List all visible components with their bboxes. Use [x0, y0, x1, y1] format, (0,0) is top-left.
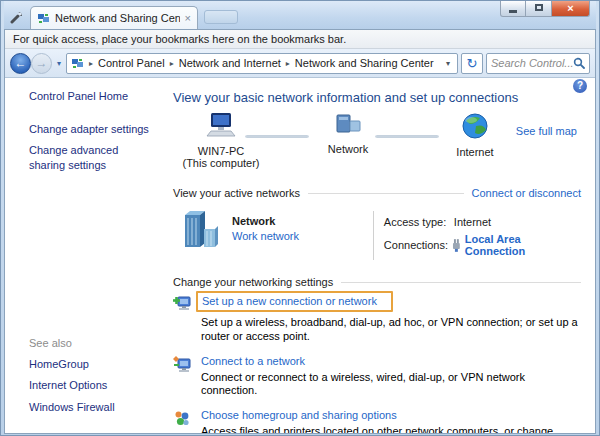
work-network-link[interactable]: Work network [232, 230, 299, 242]
map-node-label: Internet [445, 146, 505, 158]
network-favicon-icon [37, 12, 50, 25]
address-dropdown-icon[interactable]: ▾ [443, 59, 453, 68]
address-bar[interactable]: ▸ Control Panel ▸ Network and Internet ▸… [66, 53, 458, 74]
connect-or-disconnect-link[interactable]: Connect or disconnect [472, 187, 581, 199]
help-icon[interactable]: ? [573, 79, 587, 93]
history-dropdown-icon[interactable]: ▾ [55, 59, 63, 68]
page-title: View your basic network information and … [173, 90, 581, 105]
task-description: Connect or reconnect to a wireless, wire… [201, 371, 581, 399]
search-box[interactable] [486, 53, 590, 74]
connections-label: Connections: [384, 239, 452, 251]
bookmarks-hint: For quick access, place your bookmarks h… [13, 33, 346, 45]
back-button[interactable]: ← [10, 53, 31, 74]
task-homegroup-sharing: Choose homegroup and sharing options Acc… [173, 409, 581, 433]
map-node-label: WIN7-PC [175, 145, 267, 157]
internet-globe-icon [461, 113, 489, 141]
connect-network-icon [173, 356, 191, 373]
access-type-value: Internet [454, 216, 491, 228]
wrench-icon[interactable] [10, 10, 24, 24]
map-node-computer[interactable]: WIN7-PC (This computer) [175, 113, 267, 169]
setup-new-connection-link[interactable]: Set up a new connection or network [202, 295, 377, 307]
connect-to-network-link[interactable]: Connect to a network [201, 355, 305, 367]
breadcrumb-separator-icon: ▸ [168, 59, 176, 68]
bookmarks-bar[interactable]: For quick access, place your bookmarks h… [5, 30, 595, 49]
network-map: WIN7-PC (This computer) Network [173, 111, 581, 183]
settings-header: Change your networking settings [173, 276, 333, 288]
window-controls: × [500, 1, 590, 17]
title-bar[interactable]: Network and Sharing Center × × [4, 1, 596, 29]
section-rule [341, 282, 581, 283]
sidebar-item-windows-firewall[interactable]: Windows Firewall [29, 400, 115, 414]
location-favicon-icon [71, 57, 84, 70]
highlight-annotation-box: Set up a new connection or network [196, 291, 393, 312]
active-network-box: Network Work network Access type: Intern… [173, 201, 581, 272]
new-tab-button[interactable] [204, 10, 238, 24]
homegroup-sharing-link[interactable]: Choose homegroup and sharing options [201, 409, 397, 421]
homegroup-icon [173, 410, 191, 427]
sidebar-item-control-panel-home[interactable]: Control Panel Home [29, 90, 157, 102]
breadcrumb-control-panel[interactable]: Control Panel [98, 57, 165, 69]
navigation-bar: ← → ▾ ▸ Control Panel ▸ Network and Inte… [5, 49, 595, 78]
browser-window: Network and Sharing Center × × For quick… [0, 0, 600, 436]
sidebar: Control Panel Home Change adapter settin… [5, 78, 163, 433]
computer-icon [204, 113, 238, 140]
map-node-label: Network [313, 143, 383, 155]
sidebar-item-internet-options[interactable]: Internet Options [29, 378, 115, 392]
forward-button[interactable]: → [31, 53, 52, 74]
active-networks-header: View your active networks [173, 187, 300, 199]
sidebar-item-homegroup[interactable]: HomeGroup [29, 357, 115, 371]
task-connect-to-network: Connect to a network Connect or reconnec… [173, 355, 581, 399]
map-link-line [375, 135, 439, 138]
browser-tab[interactable]: Network and Sharing Center × [30, 6, 198, 29]
tab-close-icon[interactable]: × [185, 13, 191, 24]
task-setup-new-connection: Set up a new connection or network Set u… [173, 294, 581, 344]
task-description: Access files and printers located on oth… [201, 425, 581, 433]
access-type-label: Access type: [384, 216, 454, 228]
close-button[interactable]: × [552, 1, 590, 17]
search-icon [573, 57, 585, 69]
sidebar-item-change-advanced-sharing[interactable]: Change advanced sharing settings [29, 143, 157, 172]
task-description: Set up a wireless, broadband, dial-up, a… [201, 316, 581, 344]
search-input[interactable] [491, 57, 573, 69]
see-also-label: See also [29, 337, 115, 349]
tab-title: Network and Sharing Center [55, 12, 180, 24]
breadcrumb-network-sharing-center[interactable]: Network and Sharing Center [295, 57, 434, 69]
breadcrumb-network-and-internet[interactable]: Network and Internet [179, 57, 281, 69]
minimize-button[interactable] [500, 1, 526, 17]
breadcrumb-separator-icon: ▸ [87, 59, 95, 68]
map-node-sublabel: (This computer) [175, 157, 267, 169]
maximize-button[interactable] [526, 1, 552, 17]
work-network-buildings-icon [179, 209, 219, 253]
see-full-map-link[interactable]: See full map [516, 125, 577, 137]
map-node-network[interactable]: Network [313, 113, 383, 155]
local-area-connection-link[interactable]: Local Area Connection [465, 233, 581, 257]
map-link-line [245, 135, 309, 138]
breadcrumb-separator-icon: ▸ [284, 59, 292, 68]
main-pane: ? View your basic network information an… [163, 78, 595, 433]
section-rule [308, 193, 464, 194]
network-icon [334, 113, 362, 138]
network-adapter-icon [452, 239, 461, 252]
new-connection-icon [173, 295, 191, 312]
map-node-internet[interactable]: Internet [445, 113, 505, 158]
active-network-name: Network [232, 215, 299, 227]
refresh-button[interactable]: ↻ [461, 53, 483, 74]
sidebar-item-change-adapter-settings[interactable]: Change adapter settings [29, 122, 157, 136]
